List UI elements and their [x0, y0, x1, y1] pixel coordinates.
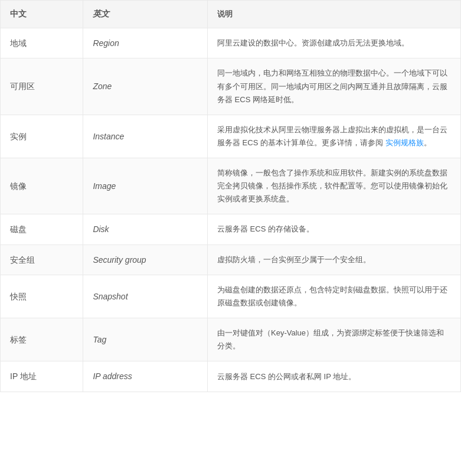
cell-zh: 镜像	[1, 158, 83, 214]
cell-zh: 实例	[1, 115, 83, 158]
glossary-table-container: 中文 英文 说明 地域Region阿里云建设的数据中心。资源创建成功后无法更换地…	[0, 0, 461, 392]
table-row: 安全组Security group虚拟防火墙，一台实例至少属于一个安全组。	[1, 244, 461, 275]
table-row: 镜像Image简称镜像，一般包含了操作系统和应用软件。新建实例的系统盘数据完全拷…	[1, 158, 461, 214]
cell-en: Image	[83, 158, 208, 214]
table-row: IP 地址IP address云服务器 ECS 的公网或者私网 IP 地址。	[1, 361, 461, 392]
cell-zh: 可用区	[1, 58, 83, 115]
cell-desc: 云服务器 ECS 的公网或者私网 IP 地址。	[207, 361, 460, 392]
table-row: 实例Instance采用虚拟化技术从阿里云物理服务器上虚拟出来的虚拟机，是一台云…	[1, 115, 461, 158]
cell-desc: 阿里云建设的数据中心。资源创建成功后无法更换地域。	[207, 28, 460, 58]
cell-en: Security group	[83, 244, 208, 275]
header-desc: 说明	[207, 1, 460, 28]
header-zh: 中文	[1, 1, 83, 28]
table-row: 可用区Zone同一地域内，电力和网络互相独立的物理数据中心。一个地域下可以有多个…	[1, 58, 461, 115]
cell-en: IP address	[83, 361, 208, 392]
cell-desc: 采用虚拟化技术从阿里云物理服务器上虚拟出来的虚拟机，是一台云服务器 ECS 的基…	[207, 115, 460, 158]
cell-zh: 地域	[1, 28, 83, 58]
cell-desc: 虚拟防火墙，一台实例至少属于一个安全组。	[207, 244, 460, 275]
cell-zh: 磁盘	[1, 214, 83, 244]
cell-desc: 简称镜像，一般包含了操作系统和应用软件。新建实例的系统盘数据完全拷贝镜像，包括操…	[207, 158, 460, 214]
cell-en: Disk	[83, 214, 208, 244]
cell-zh: 标签	[1, 318, 83, 361]
table-row: 地域Region阿里云建设的数据中心。资源创建成功后无法更换地域。	[1, 28, 461, 58]
desc-link[interactable]: 实例规格族	[385, 138, 424, 147]
cell-zh: 安全组	[1, 244, 83, 275]
cell-desc: 为磁盘创建的数据还原点，包含特定时刻磁盘数据。快照可以用于还原磁盘数据或创建镜像…	[207, 275, 460, 318]
cell-zh: IP 地址	[1, 361, 83, 392]
cell-en: Snapshot	[83, 275, 208, 318]
header-en: 英文	[83, 1, 208, 28]
cell-desc: 同一地域内，电力和网络互相独立的物理数据中心。一个地域下可以有多个可用区。同一地…	[207, 58, 460, 115]
cell-en: Tag	[83, 318, 208, 361]
table-header-row: 中文 英文 说明	[1, 1, 461, 28]
cell-desc: 云服务器 ECS 的存储设备。	[207, 214, 460, 244]
table-row: 标签Tag由一对键值对（Key-Value）组成，为资源绑定标签便于快速筛选和分…	[1, 318, 461, 361]
cell-zh: 快照	[1, 275, 83, 318]
cell-en: Region	[83, 28, 208, 58]
cell-en: Zone	[83, 58, 208, 115]
cell-desc: 由一对键值对（Key-Value）组成，为资源绑定标签便于快速筛选和分类。	[207, 318, 460, 361]
desc-text-after: 。	[424, 138, 431, 147]
table-row: 快照Snapshot为磁盘创建的数据还原点，包含特定时刻磁盘数据。快照可以用于还…	[1, 275, 461, 318]
glossary-table: 中文 英文 说明 地域Region阿里云建设的数据中心。资源创建成功后无法更换地…	[0, 0, 461, 392]
cell-en: Instance	[83, 115, 208, 158]
table-row: 磁盘Disk云服务器 ECS 的存储设备。	[1, 214, 461, 244]
